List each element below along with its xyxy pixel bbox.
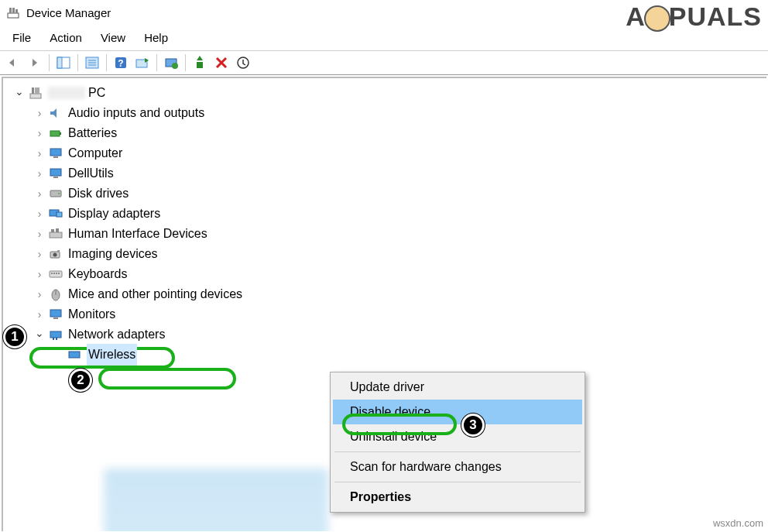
- svg-rect-17: [30, 94, 41, 98]
- svg-rect-47: [56, 338, 57, 340]
- menu-help[interactable]: Help: [135, 28, 177, 47]
- context-scan-hardware[interactable]: Scan for hardware changes: [333, 455, 582, 479]
- tree-item-computer[interactable]: Computer: [6, 143, 763, 163]
- svg-rect-32: [56, 228, 59, 232]
- context-separator: [334, 451, 581, 452]
- tree-item-label: Disk drives: [68, 184, 129, 204]
- monitor-icon: [48, 146, 63, 161]
- context-properties[interactable]: Properties: [333, 485, 582, 510]
- toolbar-divider: [185, 54, 186, 71]
- svg-rect-25: [53, 177, 58, 178]
- svg-text:?: ?: [118, 58, 123, 69]
- svg-rect-19: [35, 88, 39, 94]
- expander-icon[interactable]: [34, 188, 45, 199]
- uninstall-device-button[interactable]: [233, 53, 253, 72]
- tree-subitem-label: Wireless: [87, 344, 137, 366]
- svg-rect-48: [69, 352, 80, 358]
- expander-icon[interactable]: [34, 108, 45, 118]
- update-driver-button[interactable]: [161, 53, 181, 72]
- svg-rect-39: [56, 273, 57, 274]
- image-credit: wsxdn.com: [713, 517, 763, 529]
- expander-icon[interactable]: [34, 269, 45, 280]
- tree-item-mice[interactable]: Mice and other pointing devices: [6, 284, 763, 304]
- brand-text-right: PUALS: [669, 2, 762, 32]
- svg-rect-5: [57, 57, 62, 68]
- blurred-region: [104, 469, 328, 531]
- svg-rect-46: [53, 338, 54, 340]
- context-uninstall-device[interactable]: Uninstall device: [333, 424, 582, 449]
- computer-icon: [28, 85, 43, 101]
- menu-file[interactable]: File: [3, 28, 40, 47]
- svg-rect-35: [57, 250, 60, 252]
- tree-item-display[interactable]: Display adapters: [6, 204, 763, 224]
- svg-rect-18: [32, 88, 34, 94]
- tree-item-label: Monitors: [68, 304, 115, 324]
- help-button[interactable]: ?: [111, 53, 131, 72]
- expander-icon[interactable]: [34, 228, 45, 239]
- svg-rect-38: [53, 273, 55, 274]
- svg-rect-43: [50, 310, 61, 317]
- tree-item-label: Computer: [68, 143, 122, 163]
- tree-subitem-wireless[interactable]: Wireless: [6, 345, 763, 365]
- svg-point-27: [58, 193, 60, 194]
- expander-icon[interactable]: [34, 289, 45, 300]
- toolbar-divider: [106, 54, 107, 71]
- blurred-hostname: [48, 87, 85, 99]
- tree-item-hid[interactable]: Human Interface Devices: [6, 224, 763, 244]
- battery-icon: [48, 125, 63, 141]
- mouse-icon: [48, 287, 63, 302]
- svg-rect-44: [53, 317, 58, 319]
- forward-button[interactable]: [25, 53, 45, 72]
- show-hide-tree-button[interactable]: [53, 53, 74, 72]
- properties-button[interactable]: [82, 53, 102, 72]
- hid-icon: [48, 226, 63, 242]
- tree-item-imaging[interactable]: Imaging devices: [6, 244, 763, 264]
- tree-item-label: Imaging devices: [68, 244, 158, 264]
- tree-item-dellutils[interactable]: DellUtils: [6, 163, 763, 184]
- monitor-icon: [48, 166, 63, 181]
- svg-rect-3: [15, 9, 18, 13]
- context-update-driver[interactable]: Update driver: [333, 375, 582, 400]
- window-title: Device Manager: [26, 6, 111, 19]
- network-adapter-icon: [48, 327, 63, 342]
- tree-item-keyboards[interactable]: Keyboards: [6, 264, 763, 284]
- scan-button[interactable]: [132, 53, 153, 72]
- display-adapter-icon: [48, 206, 63, 221]
- tree-root-row[interactable]: PC: [6, 83, 763, 103]
- expander-icon[interactable]: [34, 249, 45, 259]
- back-button[interactable]: [3, 53, 23, 72]
- svg-rect-0: [8, 13, 19, 18]
- expander-icon[interactable]: [34, 208, 45, 219]
- expander-icon[interactable]: [34, 128, 45, 139]
- tree-item-audio[interactable]: Audio inputs and outputs: [6, 103, 763, 123]
- context-disable-device[interactable]: Disable device: [333, 400, 582, 424]
- tree-item-disks[interactable]: Disk drives: [6, 184, 763, 204]
- disk-icon: [48, 186, 63, 201]
- disable-device-button[interactable]: [211, 53, 231, 72]
- watermark-brand: A PUALS: [626, 2, 762, 32]
- expander-icon[interactable]: [34, 168, 45, 179]
- svg-rect-45: [50, 331, 61, 338]
- toolbar-divider: [49, 54, 50, 71]
- tree-item-network-adapters[interactable]: Network adapters: [6, 324, 763, 345]
- svg-rect-37: [51, 273, 53, 274]
- svg-rect-23: [53, 156, 58, 158]
- menu-action[interactable]: Action: [40, 28, 91, 47]
- tree-item-monitors[interactable]: Monitors: [6, 304, 763, 324]
- expander-icon[interactable]: [34, 148, 45, 159]
- expander-icon[interactable]: [34, 309, 45, 320]
- menu-view[interactable]: View: [91, 28, 135, 47]
- svg-rect-24: [50, 169, 61, 176]
- svg-point-34: [53, 253, 57, 257]
- camera-icon: [48, 246, 63, 262]
- svg-rect-40: [58, 273, 60, 274]
- svg-rect-1: [9, 8, 12, 13]
- svg-rect-22: [50, 149, 61, 156]
- tree-item-batteries[interactable]: Batteries: [6, 123, 763, 143]
- enable-device-button[interactable]: [190, 53, 210, 72]
- expander-icon[interactable]: [14, 88, 25, 98]
- svg-rect-30: [50, 232, 62, 238]
- svg-rect-2: [12, 8, 15, 13]
- tree-item-label: Audio inputs and outputs: [68, 103, 204, 123]
- expander-icon[interactable]: [34, 329, 45, 340]
